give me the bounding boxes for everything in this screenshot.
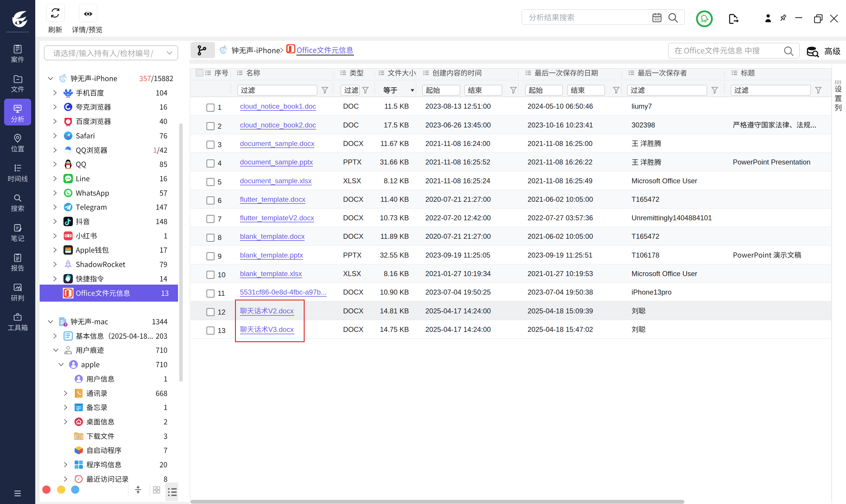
svg-text:du: du xyxy=(67,93,70,96)
svg-text:?: ? xyxy=(65,323,67,326)
svg-text:LINE: LINE xyxy=(66,177,71,179)
